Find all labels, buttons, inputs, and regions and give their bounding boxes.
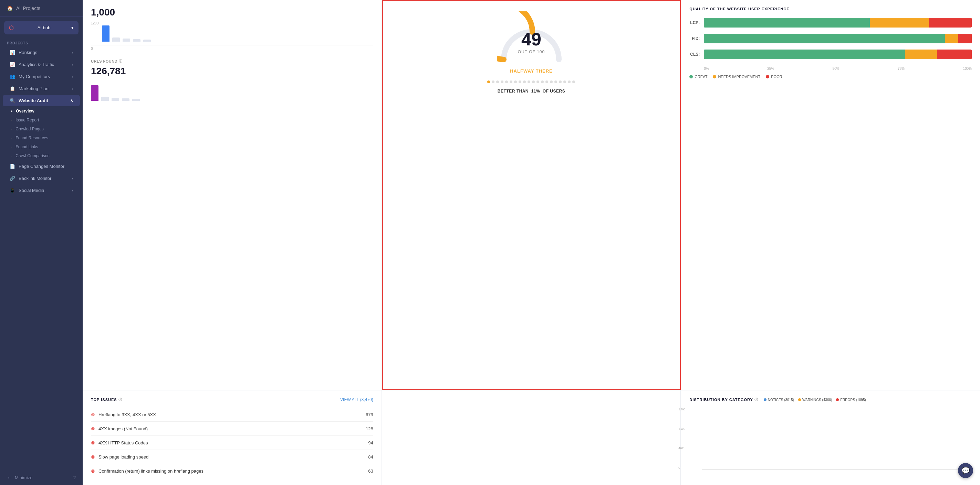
- fid-metric: FID:: [689, 34, 972, 43]
- sub-label: Crawl Comparison: [16, 154, 49, 158]
- axis-50: 50%: [833, 67, 840, 71]
- dot: [568, 81, 571, 83]
- rankings-label: Rankings: [19, 50, 37, 55]
- score-panel: 49 OUT OF 100 HALFWAY THERE: [382, 0, 681, 390]
- lcp-bar: [704, 18, 972, 27]
- issue-count: 679: [366, 412, 373, 417]
- visits-stat: 1,000: [91, 7, 373, 18]
- bar-item: [132, 99, 140, 101]
- section-label: PROJECTS: [0, 38, 83, 46]
- gauge-score-overlay: 49 OUT OF 100: [518, 29, 545, 54]
- chevron-icon: ›: [72, 74, 73, 79]
- fid-needs: [945, 34, 958, 43]
- sidebar-item-backlink[interactable]: 🔗 Backlink Monitor ›: [3, 173, 80, 184]
- errors-dot: [836, 398, 839, 401]
- needs-dot: [713, 75, 716, 78]
- competitors-icon: 👥: [10, 74, 15, 79]
- axis-25: 25%: [767, 67, 774, 71]
- dot: [563, 81, 566, 83]
- chart-axis: 0% 25% 50% 75% 100%: [689, 67, 972, 71]
- lcp-poor: [929, 18, 972, 27]
- legend-great: GREAT: [689, 74, 707, 79]
- view-all-button[interactable]: VIEW ALL (8,470): [340, 397, 373, 402]
- project-name: Airbnb: [38, 25, 51, 30]
- sidebar-sub-crawl-comparison[interactable]: Crawl Comparison: [0, 151, 83, 160]
- sidebar-item-competitors[interactable]: 👥 My Competitors ›: [3, 71, 80, 82]
- notices-dot: [764, 398, 767, 401]
- sub-label: Issue Report: [16, 117, 39, 122]
- issues-header: TOP ISSUES ⓘ VIEW ALL (8,470): [91, 397, 373, 402]
- all-projects-label: All Projects: [16, 5, 40, 11]
- lcp-label: LCP:: [689, 20, 700, 25]
- top-row: 1,000 1200 0 URLS FOUND ⓘ 126,781: [83, 0, 980, 390]
- bar-item: [102, 25, 110, 42]
- chevron-icon: ›: [72, 63, 73, 67]
- progress-dots: [487, 81, 575, 83]
- page-changes-label: Page Changes Monitor: [19, 164, 64, 169]
- airbnb-icon: ⬡: [9, 24, 14, 31]
- warnings-dot: [798, 398, 801, 401]
- percent-value: 11%: [531, 89, 540, 94]
- social-label: Social Media: [19, 188, 44, 193]
- issue-row-4: ⊗ Confirmation (return) links missing on…: [91, 464, 373, 478]
- sidebar-item-page-changes[interactable]: 📄 Page Changes Monitor: [3, 161, 80, 172]
- dot-active: [487, 81, 490, 83]
- sidebar-sub-overview[interactable]: Overview: [0, 107, 83, 116]
- sidebar-item-audit[interactable]: 🔍 Website Audit ∧: [3, 95, 80, 106]
- all-projects-link[interactable]: 🏠 All Projects: [0, 0, 83, 17]
- cls-great: [704, 49, 905, 59]
- axis-0: 0%: [704, 67, 709, 71]
- fid-poor: [958, 34, 972, 43]
- lcp-great: [704, 18, 870, 27]
- better-than-text: BETTER THAN 11% OF USERS: [498, 89, 565, 94]
- sidebar-item-analytics[interactable]: 📈 Analytics & Traffic ›: [3, 59, 80, 70]
- urls-value: 126,781: [91, 66, 373, 77]
- sidebar-sub-crawled-pages[interactable]: Crawled Pages: [0, 125, 83, 133]
- y-axis-top: 1200: [91, 21, 99, 25]
- project-selector[interactable]: ⬡ Airbnb ▾: [4, 21, 78, 34]
- sidebar-sub-found-links[interactable]: Found Links: [0, 143, 83, 151]
- sidebar-item-social[interactable]: 📱 Social Media ›: [3, 185, 80, 196]
- chevron-icon: ›: [72, 176, 73, 181]
- issue-text: 4XX HTTP Status Codes: [99, 440, 365, 445]
- dot: [514, 81, 517, 83]
- dot: [541, 81, 544, 83]
- main-content: 1,000 1200 0 URLS FOUND ⓘ 126,781: [83, 0, 980, 485]
- chat-bubble-button[interactable]: 💬: [958, 463, 973, 478]
- rankings-icon: 📊: [10, 50, 15, 55]
- dist-header: DISTRIBUTION BY CATEGORY ⓘ NOTICES (3015…: [689, 397, 972, 402]
- sidebar-sub-issue-report[interactable]: Issue Report: [0, 116, 83, 125]
- minimize-label: Minimize: [15, 475, 32, 480]
- social-icon: 📱: [10, 188, 15, 193]
- dot: [496, 81, 499, 83]
- fid-label: FID:: [689, 36, 700, 41]
- sidebar-sub-found-resources[interactable]: Found Resources: [0, 133, 83, 143]
- dot: [510, 81, 512, 83]
- audit-icon: 🔍: [10, 98, 15, 103]
- chevron-icon: ›: [72, 87, 73, 91]
- backlink-label: Backlink Monitor: [19, 176, 51, 181]
- legend-needs: NEEDS IMPROVEMENT: [713, 74, 760, 79]
- sidebar-item-rankings[interactable]: 📊 Rankings ›: [3, 47, 80, 58]
- analytics-icon: 📈: [10, 62, 15, 67]
- page-changes-icon: 📄: [10, 164, 15, 169]
- y-axis-zero: 0: [91, 47, 373, 51]
- dot: [546, 81, 548, 83]
- score-number: 49: [518, 29, 545, 49]
- bar-item: [112, 38, 120, 42]
- dot: [572, 81, 575, 83]
- dot: [505, 81, 508, 83]
- bar-item: [123, 38, 130, 42]
- chat-icon: 💬: [961, 466, 970, 475]
- legend-errors: ERRORS (1095): [836, 398, 865, 402]
- issue-count: 94: [368, 440, 373, 445]
- dot: [523, 81, 526, 83]
- visits-bar-chart: 1200: [91, 18, 373, 45]
- quality-panel: QUALITY OF THE WEBSITE USER EXPERIENCE L…: [681, 0, 980, 390]
- issues-info-icon: ⓘ: [118, 397, 122, 402]
- cls-label: CLS:: [689, 52, 700, 57]
- sidebar-item-marketing[interactable]: 📋 Marketing Plan ›: [3, 83, 80, 94]
- error-icon: ⊗: [91, 468, 95, 474]
- minimize-button[interactable]: ← Minimize ?: [0, 470, 83, 485]
- dot: [532, 81, 535, 83]
